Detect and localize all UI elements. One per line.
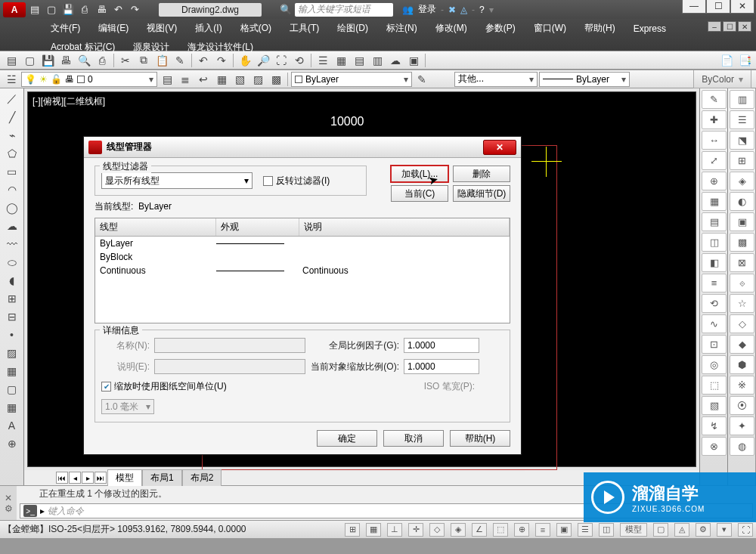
sb-layout-icon[interactable]: ▢: [653, 523, 668, 537]
mdi-max[interactable]: ☐: [723, 21, 736, 32]
minimize-button[interactable]: —: [682, 0, 706, 14]
a360-icon[interactable]: ◬: [460, 5, 467, 15]
menu-file[interactable]: 文件(F): [42, 19, 89, 38]
rp-icon-18[interactable]: ⊗: [702, 437, 727, 456]
spline-icon[interactable]: 〰: [4, 237, 20, 252]
sb-snap-icon[interactable]: ⊞: [345, 523, 360, 537]
layer-state-icon[interactable]: ▤: [159, 72, 175, 87]
rp2-icon-12[interactable]: ◇: [730, 314, 754, 333]
line-icon[interactable]: ／: [4, 91, 20, 107]
tab-first-icon[interactable]: ⏮: [56, 472, 68, 484]
rp-icon-11[interactable]: ⟲: [702, 294, 727, 313]
rp2-icon-9[interactable]: ⊠: [730, 253, 754, 272]
sb-ws-icon[interactable]: ▾: [717, 523, 732, 537]
region-icon[interactable]: ▢: [4, 382, 20, 397]
tb-pdf-icon[interactable]: 📄: [718, 53, 735, 68]
point-icon[interactable]: •: [4, 327, 20, 342]
sb-as-icon[interactable]: ⚙: [696, 523, 711, 537]
rp2-icon-6[interactable]: ◐: [730, 192, 754, 211]
layer-iso-icon[interactable]: ≣: [177, 72, 194, 87]
dialog-titlebar[interactable]: 线型管理器 ✕: [84, 137, 521, 158]
tb-cut-icon[interactable]: ✂: [117, 53, 134, 68]
tb-redo-icon[interactable]: ↷: [213, 53, 230, 68]
tb-pan-icon[interactable]: ✋: [237, 53, 253, 68]
table-icon[interactable]: ▦: [4, 400, 20, 415]
rp-icon-17[interactable]: ↯: [702, 416, 727, 435]
tb-tp-icon[interactable]: ▤: [351, 53, 367, 68]
xline-icon[interactable]: ╱: [4, 110, 20, 125]
sb-3dosnap-icon[interactable]: ◈: [451, 523, 466, 537]
menu-modify[interactable]: 修改(M): [426, 19, 476, 38]
tb-pdf2-icon[interactable]: 📑: [736, 53, 753, 68]
tb-preview-icon[interactable]: 🔍: [76, 53, 92, 68]
layer-m3-icon[interactable]: ▨: [249, 72, 266, 87]
tb-save-icon[interactable]: 💾: [39, 53, 56, 68]
ok-button[interactable]: 确定: [317, 430, 377, 447]
tb-print-icon[interactable]: 🖶: [57, 53, 74, 68]
sb-full-icon[interactable]: ⛶: [738, 523, 753, 537]
tb-new-icon[interactable]: ▤: [3, 53, 20, 68]
tab-next-icon[interactable]: ▸: [82, 472, 94, 484]
current-button[interactable]: 当前(C): [391, 185, 448, 202]
insert-icon[interactable]: ⊞: [4, 291, 20, 306]
rp-icon-8[interactable]: ◫: [702, 233, 727, 252]
tb-zoomp-icon[interactable]: ⟲: [291, 53, 308, 68]
tb-copy-icon[interactable]: ⧉: [135, 53, 152, 68]
sb-ortho-icon[interactable]: ⊥: [387, 523, 402, 537]
tb-zoom-icon[interactable]: 🔎: [255, 53, 271, 68]
rp2-icon-13[interactable]: ◆: [730, 335, 754, 354]
app-logo[interactable]: A: [3, 2, 26, 17]
mtext-icon[interactable]: A: [4, 418, 20, 433]
rp-icon-10[interactable]: ≡: [702, 274, 727, 292]
new-icon[interactable]: ▤: [27, 2, 42, 17]
invert-filter-checkbox[interactable]: 反转过滤器(I): [263, 175, 330, 187]
tb-match-icon[interactable]: ✎: [172, 53, 188, 68]
sb-sc-icon[interactable]: ◫: [599, 523, 614, 537]
rp-icon-16[interactable]: ▧: [702, 396, 727, 415]
menu-window[interactable]: 窗口(W): [525, 19, 575, 38]
linetype-table[interactable]: 线型 外观 说明 ByLayer ByBlock Continuous Cont…: [94, 218, 510, 323]
menu-dim[interactable]: 标注(N): [377, 19, 426, 38]
layer-props-icon[interactable]: ☱: [3, 72, 20, 87]
rp-icon-3[interactable]: ↔: [702, 131, 727, 150]
ellipse-icon[interactable]: ⬭: [4, 255, 20, 270]
layer-prev-icon[interactable]: ↩: [195, 72, 212, 87]
rp2-icon-18[interactable]: ◍: [730, 437, 754, 456]
lineweight-combo[interactable]: ByLayer ▾: [539, 72, 630, 87]
rp2-icon-1[interactable]: ▥: [730, 90, 754, 109]
table-row[interactable]: Continuous Continuous: [95, 264, 510, 277]
close-button[interactable]: ✕: [730, 0, 754, 14]
tb-props-icon[interactable]: ☰: [314, 53, 331, 68]
linetype-combo[interactable]: ByLayer ▾: [291, 72, 412, 87]
filter-combo[interactable]: 显示所有线型 ▾: [101, 172, 253, 189]
mdi-close[interactable]: ✕: [738, 21, 751, 32]
rp-icon-12[interactable]: ∿: [702, 314, 727, 333]
plot-style-combo[interactable]: ByColor ▾: [693, 70, 751, 88]
menu-param[interactable]: 参数(P): [476, 19, 525, 38]
print-icon[interactable]: 🖶: [94, 2, 109, 17]
rp-icon-5[interactable]: ⊕: [702, 172, 727, 190]
table-row[interactable]: ByBlock: [95, 250, 510, 264]
obj-scale-input[interactable]: [404, 359, 479, 374]
layer-m1-icon[interactable]: ▦: [213, 72, 230, 87]
exchange-icon[interactable]: ✖: [448, 5, 456, 15]
rp-icon-9[interactable]: ◧: [702, 253, 727, 272]
addsel-icon[interactable]: ⊕: [4, 436, 20, 451]
tb-dc-icon[interactable]: ▦: [333, 53, 349, 68]
help-search-input[interactable]: 输入关键字或短语: [295, 3, 393, 17]
sb-polar-icon[interactable]: ✛: [408, 523, 423, 537]
menu-insert[interactable]: 插入(I): [186, 19, 231, 38]
revcloud-icon[interactable]: ☁: [4, 218, 20, 234]
polygon-icon[interactable]: ⬠: [4, 146, 20, 161]
ellipsearc-icon[interactable]: ◖: [4, 273, 20, 288]
rp-icon-1[interactable]: ✎: [702, 90, 727, 109]
tab-model[interactable]: 模型: [107, 469, 142, 486]
menu-express[interactable]: Express: [624, 20, 675, 37]
paper-units-checkbox[interactable]: ✔: [101, 382, 111, 392]
sb-ann-icon[interactable]: ◬: [674, 523, 689, 537]
block-icon[interactable]: ⊟: [4, 309, 20, 324]
rp2-icon-15[interactable]: ※: [730, 376, 754, 395]
hide-details-button[interactable]: 隐藏细节(D): [453, 185, 510, 202]
arc-icon[interactable]: ◠: [4, 182, 20, 197]
tab-layout1[interactable]: 布局1: [142, 469, 182, 486]
